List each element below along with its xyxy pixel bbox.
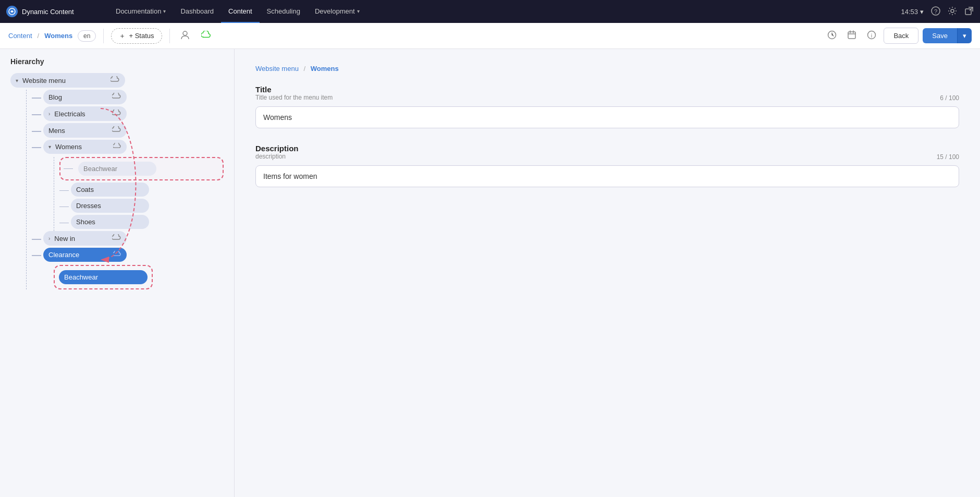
- tree-item-dresses[interactable]: Dresses: [71, 199, 149, 213]
- tree-label: Electricals: [54, 110, 109, 118]
- form-title-counter: 6 / 100: [940, 94, 959, 102]
- form-desc-sublabel: description: [255, 153, 286, 160]
- save-button[interactable]: Save: [923, 28, 957, 43]
- brand: Dynamic Content: [6, 6, 100, 17]
- dashed-drag-source: Beachwear: [59, 157, 224, 180]
- tree-item-website-menu[interactable]: ▾ Website menu: [10, 73, 125, 88]
- connector-coats: Coats: [59, 183, 224, 199]
- form-section-title: Title Title used for the menu item 6 / 1…: [255, 85, 959, 128]
- breadcrumb-separator: /: [303, 65, 305, 72]
- breadcrumb-content-link[interactable]: Content: [8, 32, 32, 40]
- tree-children-website-menu: Blog › Electricals: [26, 90, 224, 289]
- tree-label: Dresses: [76, 202, 144, 210]
- tree-label: Clearance: [48, 251, 110, 259]
- svg-point-5: [183, 31, 187, 35]
- save-button-group: Save ▾: [923, 28, 972, 43]
- nav-dashboard[interactable]: Dashboard: [173, 0, 221, 23]
- brand-logo: [6, 6, 18, 17]
- chevron-right-icon: ›: [48, 236, 50, 241]
- connector-womens: ▾ Womens: [32, 140, 224, 231]
- chevron-down-icon: ▾: [48, 144, 51, 150]
- tree-item-coats[interactable]: Coats: [71, 183, 149, 197]
- form-desc-row: Description: [255, 144, 959, 153]
- connector-mens: Mens: [32, 123, 224, 140]
- status-button[interactable]: ＋ + Status: [111, 28, 162, 44]
- tree-item-shoes[interactable]: Shoes: [71, 215, 149, 229]
- svg-point-3: [951, 9, 954, 13]
- connector-dresses: Dresses: [59, 199, 224, 215]
- connector-clearance: Clearance Beachwear: [32, 248, 224, 289]
- cloud-icon: [112, 234, 121, 243]
- description-input[interactable]: [255, 165, 959, 187]
- hierarchy-panel: Hierarchy ▾ Website menu Blog: [0, 49, 235, 497]
- main-layout: Hierarchy ▾ Website menu Blog: [0, 49, 980, 497]
- nav-documentation[interactable]: Documentation ▾: [108, 0, 173, 23]
- form-title-row: Title: [255, 85, 959, 94]
- svg-rect-7: [848, 32, 855, 39]
- save-dropdown-button[interactable]: ▾: [957, 28, 972, 43]
- tree-label: Womens: [55, 143, 110, 151]
- plus-icon: ＋: [119, 31, 126, 41]
- external-icon[interactable]: [964, 6, 974, 17]
- tree: ▾ Website menu Blog: [10, 73, 224, 289]
- user-icon[interactable]: [177, 28, 193, 44]
- chevron-down-icon[interactable]: ▾: [920, 8, 924, 16]
- info-icon[interactable]: i: [864, 28, 879, 44]
- nav-development[interactable]: Development ▾: [308, 0, 367, 23]
- svg-text:?: ?: [934, 8, 937, 15]
- top-nav-icons: ?: [931, 6, 974, 17]
- drag-ghost-label: Beachwear: [64, 273, 142, 281]
- connector-electricals: › Electricals: [32, 106, 224, 123]
- language-selector[interactable]: en: [78, 30, 96, 42]
- chevron-down-icon: ▾: [357, 8, 360, 14]
- form-title-label: Title: [255, 85, 272, 94]
- cloud-icon: [113, 143, 121, 151]
- chevron-right-icon: ›: [48, 111, 50, 117]
- tree-item-beachwear-drop: Beachwear: [59, 270, 148, 284]
- cloud-icon: [112, 126, 121, 135]
- nav-scheduling[interactable]: Scheduling: [260, 0, 308, 23]
- breadcrumb-website-menu-link[interactable]: Website menu: [255, 65, 299, 72]
- breadcrumb-separator: /: [38, 32, 40, 40]
- tree-label: Website menu: [22, 77, 107, 84]
- calendar-icon[interactable]: [844, 28, 860, 44]
- tree-item-blog[interactable]: Blog: [43, 90, 127, 104]
- form-desc-meta: description 15 / 100: [255, 153, 959, 163]
- hierarchy-title: Hierarchy: [10, 57, 224, 66]
- form-desc-label: Description: [255, 144, 299, 153]
- connector-blog: Blog: [32, 90, 224, 106]
- chevron-down-icon: ▾: [16, 78, 18, 83]
- form-title-sublabel: Title used for the menu item: [255, 94, 333, 101]
- tree-item-womens[interactable]: ▾ Womens: [43, 140, 127, 154]
- time-display: 14:53 ▾: [901, 8, 924, 16]
- cloud-icon: [112, 110, 121, 118]
- tree-label: Coats: [76, 186, 144, 193]
- nav-content[interactable]: Content: [221, 0, 260, 23]
- form-desc-counter: 15 / 100: [937, 153, 959, 161]
- form-title-meta: Title used for the menu item 6 / 100: [255, 94, 959, 104]
- tree-item-beachwear-source[interactable]: Beachwear: [78, 162, 156, 176]
- breadcrumb-womens[interactable]: Womens: [44, 32, 72, 40]
- tree-item-new-in[interactable]: › New in: [43, 231, 127, 246]
- drop-target-box: Beachwear: [54, 265, 153, 289]
- breadcrumb-top: Website menu / Womens: [255, 65, 959, 72]
- help-icon[interactable]: ?: [931, 6, 940, 17]
- brand-name: Dynamic Content: [22, 8, 74, 16]
- tree-label: Mens: [48, 127, 109, 135]
- tree-item-clearance[interactable]: Clearance: [43, 248, 127, 262]
- chevron-down-icon: ▾: [163, 8, 166, 14]
- gear-icon[interactable]: [948, 6, 957, 17]
- tree-item-electricals[interactable]: › Electricals: [43, 106, 127, 121]
- back-button[interactable]: Back: [884, 28, 918, 44]
- connector-shoes: Shoes: [59, 215, 224, 231]
- tree-item-mens[interactable]: Mens: [43, 123, 127, 138]
- tree-label: Blog: [48, 93, 109, 101]
- top-nav: Dynamic Content Documentation ▾ Dashboar…: [0, 0, 980, 23]
- history-icon[interactable]: [824, 28, 840, 44]
- cloud-icon: [112, 93, 121, 101]
- cloud-icon[interactable]: [198, 29, 215, 43]
- second-bar: Content / Womens en ＋ + Status i Back Sa…: [0, 23, 980, 49]
- tree-label: Beachwear: [83, 165, 151, 173]
- divider: [103, 29, 104, 43]
- title-input[interactable]: [255, 106, 959, 128]
